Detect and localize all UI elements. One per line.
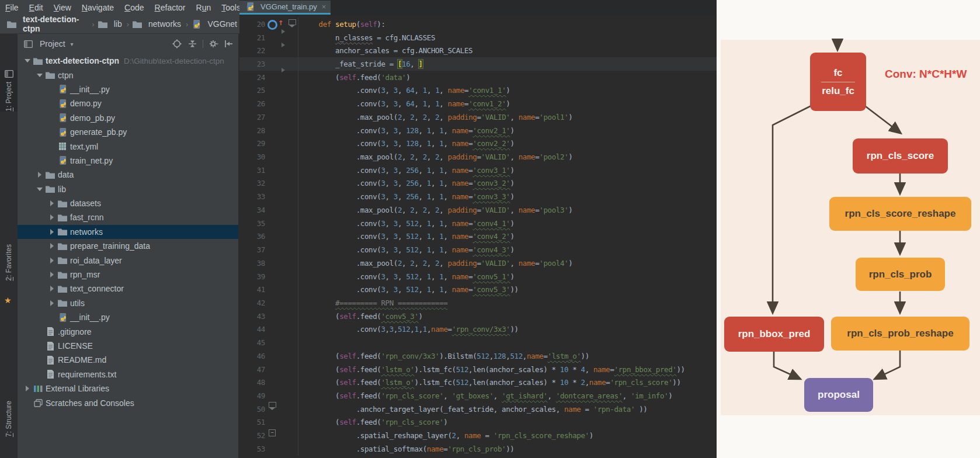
code-line-43[interactable]: 43 (self.feed('conv5_3')	[239, 310, 717, 323]
code-line-27[interactable]: 27 .max_pool(2, 2, 2, 2, padding='VALID'…	[239, 110, 717, 124]
tree-item-scratches-and-consoles[interactable]: Scratches and Consoles	[18, 395, 238, 410]
code-line-30[interactable]: 30 .max_pool(2, 2, 2, 2, padding='VALID'…	[239, 150, 717, 164]
breadcrumb-item-VGGnet[interactable]: VGGnet	[190, 19, 237, 29]
chevron-collapsed-icon[interactable]	[47, 200, 57, 206]
close-icon[interactable]: ×	[322, 2, 326, 11]
chevron-expanded-icon[interactable]	[34, 188, 44, 191]
line-number[interactable]: 44	[239, 325, 269, 334]
chevron-expanded-icon[interactable]	[22, 59, 32, 63]
line-number[interactable]: 34	[239, 206, 269, 214]
menu-view[interactable]: View	[48, 3, 77, 12]
code-line-32[interactable]: 32 .conv(3, 3, 256, 1, 1, name='conv3_2'…	[239, 177, 717, 190]
tree-item-prepare_training_data[interactable]: prepare_training_data	[18, 239, 238, 253]
line-number[interactable]: 49	[239, 391, 269, 400]
line-number[interactable]: 20	[239, 20, 269, 29]
tree-item-lib[interactable]: lib	[18, 182, 238, 196]
code-line-52[interactable]: 52 .spatial_reshape_layer(2, name = 'rpn…	[239, 429, 717, 442]
code-line-41[interactable]: 41 .conv(3, 3, 512, 1, 1, name='conv5_3'…	[239, 283, 717, 296]
code-line-29[interactable]: 29 .conv(3, 3, 128, 1, 1, name='conv2_2'…	[239, 137, 717, 150]
tree-item-rpn_msr[interactable]: rpn_msr	[18, 268, 238, 282]
line-number[interactable]: 26	[239, 99, 269, 108]
tree-item-datasets[interactable]: datasets	[18, 196, 238, 210]
chevron-collapsed-icon[interactable]	[47, 286, 57, 292]
code-line-28[interactable]: 28 .conv(3, 3, 128, 1, 1, name='conv2_1'…	[239, 124, 717, 137]
code-line-47[interactable]: 47 (self.feed('lstm_o').lstm_fc(512,len(…	[239, 363, 717, 376]
code-line-24[interactable]: 24 (self.feed('data')	[239, 71, 717, 84]
code-line-51[interactable]: 51 (self.feed('rpn_cls_score')	[239, 416, 717, 429]
code-line-39[interactable]: 39 .conv(3, 3, 512, 1, 1, name='conv5_1'…	[239, 270, 717, 283]
tree-item-external-libraries[interactable]: External Libraries	[18, 381, 238, 395]
chevron-collapsed-icon[interactable]	[47, 214, 57, 220]
tree-item-text_connector[interactable]: text_connector	[18, 282, 238, 296]
code-line-23[interactable]: 23 _feat_stride = [16, ]	[239, 57, 717, 71]
line-number[interactable]: 48	[239, 378, 269, 387]
code-line-46[interactable]: 46 (self.feed('rpn_conv/3x3').Bilstm(512…	[239, 349, 717, 363]
code-line-26[interactable]: 26 .conv(3, 3, 64, 1, 1, name='conv1_2')	[239, 97, 717, 110]
line-number[interactable]: 50	[239, 405, 269, 414]
code-editor[interactable]: ↑ − 20 def setup(self):21 n_classes = cf…	[239, 15, 717, 458]
line-number[interactable]: 53	[239, 445, 269, 453]
chevron-collapsed-icon[interactable]	[47, 243, 57, 249]
line-number[interactable]: 46	[239, 352, 269, 360]
chevron-collapsed-icon[interactable]	[34, 172, 44, 178]
code-line-44[interactable]: 44 .conv(3,3,512,1,1,name='rpn_conv/3x3'…	[239, 323, 717, 336]
code-line-48[interactable]: 48 (self.feed('lstm_o').lstm_fc(512,len(…	[239, 376, 717, 389]
code-line-20[interactable]: 20 def setup(self):	[239, 18, 717, 31]
tree-item-license[interactable]: LICENSE	[18, 339, 238, 353]
code-line-53[interactable]: 53 .spatial_softmax(name='rpn_cls_prob')…	[239, 442, 717, 456]
code-line-42[interactable]: 42 #========= RPN ============	[239, 296, 717, 310]
tool-button-structure[interactable]: 7: Structure	[0, 401, 18, 437]
line-number[interactable]: 45	[239, 338, 269, 347]
menu-code[interactable]: Code	[119, 3, 149, 12]
chevron-collapsed-icon[interactable]	[47, 229, 57, 235]
menu-run[interactable]: Run	[191, 3, 217, 12]
collapse-all-icon[interactable]	[187, 39, 197, 48]
tree-item-ctpn[interactable]: ctpn	[18, 68, 238, 82]
tree-item-demo.py[interactable]: demo.py	[18, 96, 238, 110]
line-number[interactable]: 43	[239, 312, 269, 321]
line-number[interactable]: 36	[239, 232, 269, 241]
hide-panel-icon[interactable]	[224, 39, 234, 48]
code-line-45[interactable]: 45	[239, 336, 717, 349]
line-number[interactable]: 52	[239, 431, 269, 440]
line-number[interactable]: 41	[239, 285, 269, 294]
tree-item-__init__.py[interactable]: __init__.py	[18, 82, 238, 96]
line-number[interactable]: 51	[239, 418, 269, 426]
menu-file[interactable]: File	[0, 3, 24, 12]
tree-item-text.yml[interactable]: text.yml	[18, 139, 238, 153]
chevron-collapsed-icon[interactable]	[47, 258, 57, 263]
line-number[interactable]: 31	[239, 166, 269, 175]
code-line-49[interactable]: 49 (self.feed('rpn_cls_score', 'gt_boxes…	[239, 389, 717, 403]
chevron-collapsed-icon[interactable]	[22, 386, 32, 391]
line-number[interactable]: 47	[239, 365, 269, 374]
tree-item-.gitignore[interactable]: .gitignore	[18, 324, 238, 338]
line-number[interactable]: 24	[239, 73, 269, 82]
code-line-37[interactable]: 37 .conv(3, 3, 512, 1, 1, name='conv4_3'…	[239, 243, 717, 256]
menu-refactor[interactable]: Refactor	[150, 3, 191, 12]
line-number[interactable]: 27	[239, 113, 269, 122]
breadcrumb-item-lib[interactable]: lib	[97, 19, 122, 29]
star-icon[interactable]: ★	[4, 296, 12, 305]
project-panel-title[interactable]: Project ▾	[22, 39, 74, 48]
menu-edit[interactable]: Edit	[24, 3, 48, 12]
line-number[interactable]: 22	[239, 46, 269, 55]
tree-item-readme.md[interactable]: README.md	[18, 353, 238, 367]
tool-button-project[interactable]: 1: Project	[0, 70, 18, 112]
code-line-21[interactable]: 21 n_classes = cfg.NCLASSES	[239, 31, 717, 44]
tree-item-fast_rcnn[interactable]: fast_rcnn	[18, 210, 238, 224]
code-line-50[interactable]: 50 .anchor_target_layer(_feat_stride, an…	[239, 403, 717, 416]
chevron-expanded-icon[interactable]	[34, 74, 44, 77]
tree-item-demo_pb.py[interactable]: demo_pb.py	[18, 111, 238, 125]
tree-item-utils[interactable]: utils	[18, 296, 238, 310]
tree-item-requirements.txt[interactable]: requirements.txt	[18, 367, 238, 381]
code-line-31[interactable]: 31 .conv(3, 3, 256, 1, 1, name='conv3_1'…	[239, 164, 717, 177]
line-number[interactable]: 35	[239, 219, 269, 228]
tree-item-generate_pb.py[interactable]: generate_pb.py	[18, 125, 238, 139]
menu-navigate[interactable]: Navigate	[77, 3, 119, 12]
line-number[interactable]: 21	[239, 33, 269, 42]
line-number[interactable]: 25	[239, 86, 269, 95]
gear-icon[interactable]	[209, 39, 218, 48]
line-number[interactable]: 32	[239, 179, 269, 188]
line-number[interactable]: 29	[239, 139, 269, 148]
code-line-25[interactable]: 25 .conv(3, 3, 64, 1, 1, name='conv1_1')	[239, 84, 717, 98]
